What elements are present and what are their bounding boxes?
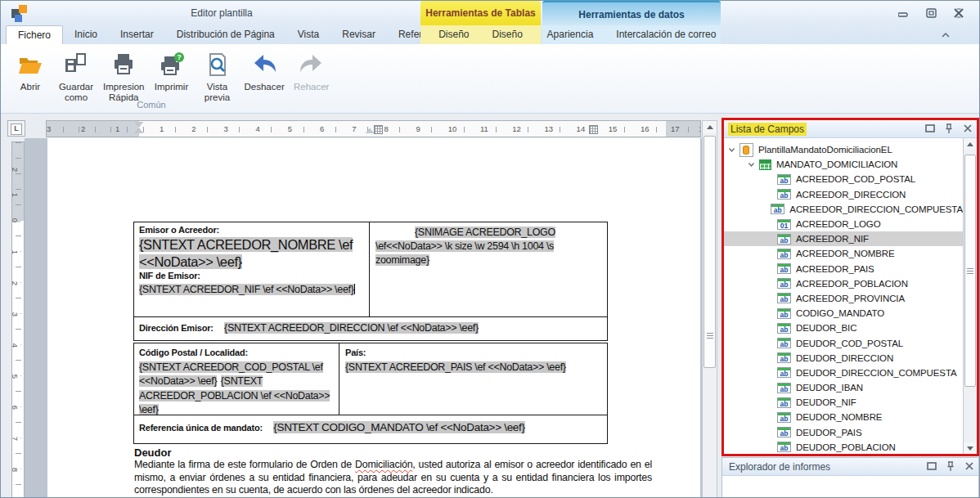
tree-item-label: DEUDOR_POBLACION — [796, 442, 896, 452]
restore-icon[interactable] — [920, 7, 942, 20]
tab-inicio[interactable]: Inicio — [63, 25, 109, 44]
scrollbar-thumb[interactable] — [964, 155, 976, 387]
cell-pais[interactable]: País: {SNTEXT ACREEDOR_PAIS \ef <<NoData… — [340, 343, 612, 376]
open-folder-icon — [11, 49, 49, 82]
panel-maximize-icon[interactable] — [924, 123, 936, 134]
merge-field-acreedor-nif[interactable]: {SNTEXT ACREEDOR_NIF \ef <<NoData>> \eef… — [139, 284, 354, 295]
tab-revisar[interactable]: Revisar — [330, 25, 387, 44]
cell-logo[interactable]: {SNIMAGE ACREEDOR_LOGO \ef<<NoData>> \k … — [371, 222, 612, 269]
tree-field-DEUDOR_IBAN[interactable]: abDEUDOR_IBAN — [724, 380, 963, 395]
tree-field-DEUDOR_BIC[interactable]: abDEUDOR_BIC — [724, 321, 963, 335]
merge-field-codigo-mandato[interactable]: {SNTEXT CODIGO_MANDATO \ef <<NoData>> \e… — [273, 421, 524, 433]
table-column-marker[interactable] — [374, 125, 383, 134]
tree-table-MANDATO_DOMICILIACION[interactable]: MANDATO_DOMICILIACION — [724, 157, 963, 172]
ribbon-collapse-chevron-icon[interactable] — [940, 29, 955, 40]
tree-field-DEUDOR_NOMBRE[interactable]: abDEUDOR_NOMBRE — [724, 410, 963, 424]
tree-field-DEUDOR_DIRECCION[interactable]: abDEUDOR_DIRECCION — [724, 351, 963, 366]
vertical-ruler: 21012345678 — [11, 141, 25, 498]
merge-field-acreedor-nombre[interactable]: {SNTEXT ACREEDOR_NOMBRE \ef <<NoData>> \… — [139, 237, 353, 269]
quick-print-button[interactable]: ImpresionRápida — [99, 47, 149, 103]
tab-vista[interactable]: Vista — [286, 25, 330, 44]
document-scrollbar[interactable] — [702, 120, 717, 498]
tree-item-label: ACREEDOR_PROVINCIA — [796, 294, 905, 303]
chevron-down-icon[interactable] — [748, 160, 756, 168]
open-folder-button[interactable]: Abrir — [7, 47, 53, 92]
text-field-icon: ab — [777, 352, 791, 363]
button-label: Rehacer — [294, 82, 329, 92]
panel-pin-icon[interactable] — [945, 460, 956, 472]
ruler-number: 5 — [286, 123, 294, 134]
table-row-referencia[interactable]: Referencia única de mandato: {SNTEXT COD… — [133, 415, 608, 444]
tree-field-ACREEDOR_POBLACION[interactable]: abACREEDOR_POBLACION — [724, 276, 963, 291]
tree-field-ACREEDOR_NOMBRE[interactable]: abACREEDOR_NOMBRE — [724, 246, 963, 261]
redo-button[interactable]: Rehacer — [289, 47, 335, 92]
ruler-number: 11 — [479, 123, 490, 134]
tab-fichero[interactable]: Fichero — [6, 25, 63, 44]
tree-field-DEUDOR_NIF[interactable]: abDEUDOR_NIF — [724, 395, 963, 410]
ruler-number: 13 — [542, 123, 555, 134]
field-list-title: Lista de Campos — [728, 123, 807, 136]
tab-diseño[interactable]: Diseño — [427, 25, 480, 44]
tab-intercalación-de-correo[interactable]: Intercalación de correo — [605, 25, 727, 44]
panel-close-icon[interactable] — [962, 123, 973, 134]
chevron-down-icon[interactable] — [728, 146, 736, 154]
ruler-number: 17 — [669, 123, 681, 134]
ruler-number: 1 — [114, 123, 121, 134]
tree-field-DEUDOR_PAIS[interactable]: abDEUDOR_PAIS — [724, 425, 963, 440]
tab-diseño[interactable]: Diseño — [481, 25, 534, 44]
field-list-scrollbar[interactable] — [963, 138, 977, 454]
print-button[interactable]: ?Imprimir — [149, 47, 195, 92]
print-preview-button[interactable]: Vistaprevia — [195, 47, 241, 103]
svg-text:?: ? — [177, 53, 182, 61]
field-list-panel: Lista de Campos PlantillaMandatoDomicili… — [722, 118, 979, 456]
close-icon[interactable] — [948, 7, 969, 20]
scroll-up-arrow[interactable] — [703, 121, 717, 133]
tree-field-ACREEDOR_PROVINCIA[interactable]: abACREEDOR_PROVINCIA — [724, 291, 963, 306]
tree-field-ACREEDOR_LOGO[interactable]: 01ACREEDOR_LOGO — [724, 217, 963, 231]
tree-field-ACREEDOR_NIF[interactable]: abACREEDOR_NIF — [724, 231, 963, 246]
scroll-down-arrow[interactable] — [964, 442, 977, 454]
deudor-heading[interactable]: Deudor — [134, 446, 172, 459]
tree-field-DEUDOR_COD_POSTAL[interactable]: abDEUDOR_COD_POSTAL — [724, 335, 963, 350]
tab-stop-selector[interactable]: L — [7, 120, 25, 137]
ruler-number: 4 — [254, 123, 262, 134]
merge-field-acreedor-pais[interactable]: {SNTEXT ACREEDOR_PAIS \ef <<NoData>> \ee… — [345, 361, 566, 373]
tree-root-PlantillaMandatoDomiciliacionEL[interactable]: PlantillaMandatoDomiciliacionEL — [724, 142, 963, 157]
tree-field-DEUDOR_DIRECCION_COMPUESTA[interactable]: abDEUDOR_DIRECCION_COMPUESTA — [724, 366, 963, 380]
panel-maximize-icon[interactable] — [926, 460, 937, 472]
button-label: Deshacer — [245, 82, 285, 92]
scroll-up-arrow[interactable] — [964, 138, 977, 150]
tab-distribución-de-página[interactable]: Distribución de Página — [165, 25, 286, 44]
first-line-indent-marker[interactable] — [135, 122, 143, 127]
button-label: Abrir — [20, 82, 40, 92]
deudor-paragraph[interactable]: Mediante la firma de este formulario de … — [134, 459, 652, 497]
tree-field-ACREEDOR_PAIS[interactable]: abACREEDOR_PAIS — [724, 262, 963, 276]
tree-item-label: ACREEDOR_NOMBRE — [796, 249, 895, 258]
save-as-button[interactable]: Guardarcomo — [53, 47, 99, 103]
ruler-number: 3 — [11, 312, 20, 316]
cell-emisor[interactable]: Emisor o Acreedor: {SNTEXT ACREEDOR_NOMB… — [134, 222, 379, 298]
panel-close-icon[interactable] — [964, 460, 975, 472]
scrollbar-thumb[interactable] — [704, 136, 716, 368]
merge-field-acreedor-logo[interactable]: {SNIMAGE ACREEDOR_LOGO \ef<<NoData>> \k … — [375, 227, 555, 266]
table-row-cp-pais[interactable]: Código Postal / Localidad: {SNTEXT ACREE… — [133, 343, 608, 415]
table-row-emisor[interactable]: Emisor o Acreedor: {SNTEXT ACREEDOR_NOMB… — [133, 222, 608, 317]
hanging-indent-marker[interactable] — [135, 128, 143, 133]
undo-button[interactable]: Deshacer — [241, 47, 289, 92]
tree-field-CODIGO_MANDATO[interactable]: abCODIGO_MANDATO — [724, 306, 963, 321]
tree-item-label: ACREEDOR_LOGO — [796, 219, 881, 229]
merge-field-acreedor-direccion[interactable]: {SNTEXT ACREEDOR_DIRECCION \ef <<NoData>… — [224, 322, 479, 334]
tree-field-DEUDOR_POBLACION[interactable]: abDEUDOR_POBLACION — [724, 440, 963, 454]
right-indent-marker[interactable] — [366, 128, 374, 133]
tab-insertar[interactable]: Insertar — [109, 25, 165, 44]
cell-cod-postal[interactable]: Código Postal / Localidad: {SNTEXT ACREE… — [134, 343, 348, 419]
minimize-icon[interactable] — [892, 7, 914, 20]
tab-apariencia[interactable]: Apariencia — [536, 25, 605, 44]
table-column-marker[interactable] — [589, 125, 598, 134]
tree-field-ACREEDOR_DIRECCION[interactable]: abACREEDOR_DIRECCION — [724, 187, 963, 202]
tree-field-ACREEDOR_COD_POSTAL[interactable]: abACREEDOR_COD_POSTAL — [724, 172, 963, 186]
tree-field-ACREEDOR_DIRECCION_COMPUESTA[interactable]: abACREEDOR_DIRECCION_COMPUESTA — [724, 202, 963, 217]
table-row-direccion[interactable]: Dirección Emisor: {SNTEXT ACREEDOR_DIREC… — [133, 316, 608, 341]
ribbon-button-group: AbrirGuardarcomoImpresionRápida?Imprimir… — [7, 47, 335, 103]
panel-pin-icon[interactable] — [943, 123, 955, 134]
